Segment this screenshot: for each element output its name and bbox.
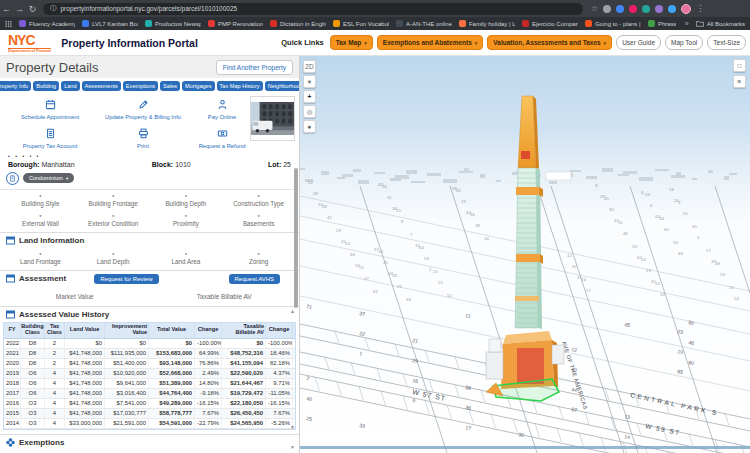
caret-down-icon: ▾ [475,40,478,46]
table-scroll-down-icon[interactable]: ▼ [290,424,295,430]
action-update-property-billing-info[interactable]: Update Property & Billing Info [92,96,194,120]
forward-icon[interactable]: → [13,4,26,14]
table-row[interactable]: 2020D82$41,748,000$51,400,000$93,148,000… [4,359,295,369]
extension-icon[interactable] [603,5,611,13]
distant-building [459,171,473,173]
header-button-text-size[interactable]: Text-Size [707,35,746,50]
profile-avatar[interactable] [681,4,691,14]
bookmark-item[interactable]: PMP Renovation [208,20,263,27]
table-row[interactable]: 2018O64$41,748,000$9,641,000$51,389,0001… [4,379,295,389]
action-pay-online[interactable]: Pay Online [194,96,250,120]
action-request-a-refund[interactable]: Request a Refund [194,125,250,149]
table-row[interactable]: 2022D82$0$0$0-100.00%$0-100.00% [4,339,295,349]
tab-land[interactable]: Land [61,81,79,91]
cell: -5.26% [266,419,293,428]
bookmark-star-icon[interactable]: ☆ [591,4,598,13]
table-scroll-up-icon[interactable]: ▲ [290,308,295,314]
table-row[interactable]: 2021D82$41,748,000$111,935,000$153,683,0… [4,349,295,359]
menu-tax-map[interactable]: Tax Map▾ [330,35,373,50]
action-property-tax-account[interactable]: Property Tax Account [8,125,92,149]
tab-tax-map-history[interactable]: Tax Map History [217,81,263,91]
table-row[interactable]: 2016O34$41,748,000$7,541,000$49,289,000-… [4,399,295,409]
map-compass-button[interactable]: ◎ [303,105,316,118]
header-button-map-tool[interactable]: Map Tool [665,35,703,50]
tab-building[interactable]: Building [33,81,59,91]
cell: 7.67% [195,409,222,418]
condominium-badge[interactable]: Condominium ▾ [23,173,74,183]
bookmark-favicon [82,20,89,27]
bookmark-item[interactable]: Ejercicio Comparati... [522,20,578,27]
chrome-menu-icon[interactable]: ⋮ [696,4,704,13]
bookmarks-overflow-chevron[interactable]: » [685,20,689,27]
extension-icon[interactable] [655,5,663,13]
cell: O3 [21,399,45,408]
bookmark-item[interactable]: A-AN-THE online ex... [396,20,452,27]
bookmark-item[interactable]: Phrasal Verbs With... [648,20,676,27]
tab-property-info[interactable]: Property Info [0,81,31,91]
unit-lot-number: 12 [567,253,572,258]
map-zoom-in-button[interactable]: + [303,90,316,103]
menu-exemptions-and-abatements[interactable]: Exemptions and Abatements▾ [377,35,484,50]
site-title: Property Information Portal [61,37,198,49]
streetview-photo[interactable] [250,96,295,141]
unit-lot-number: 64 [419,245,424,250]
bookmark-item[interactable]: Family holiday | Lear... [459,20,515,27]
map-fullscreen-button[interactable]: □ [733,59,746,72]
map-canvas[interactable]: 5214366445105312452434828211520362834243… [300,56,750,453]
cell: $0 [149,339,195,348]
tab-exemptions[interactable]: Exemptions [123,81,158,91]
extension-icon[interactable] [642,5,650,13]
map-layers-button[interactable]: ≡ [733,75,746,88]
borough-label: Borough: [8,161,40,168]
distant-building [676,172,681,176]
building-toggle-button[interactable] [6,172,19,185]
extension-icon[interactable] [616,5,624,13]
bookmark-item[interactable]: LVL7 Kanban Board... [82,20,138,27]
panel-scrollbar[interactable] [294,168,298,308]
nyc-dof-logo[interactable]: NYC Department of Finance [8,33,51,53]
panel-scroll-down-icon[interactable]: ▼ [290,444,295,450]
distant-building [623,171,637,174]
site-info-icon[interactable]: ⓘ [50,4,57,13]
table-row[interactable]: 2017O64$41,748,000$3,016,400$44,764,400-… [4,389,295,399]
table-row[interactable]: 2019O64$41,748,000$10,920,000$52,668,000… [4,369,295,379]
action-schedule-appointment[interactable]: Schedule Appointment [8,96,92,120]
tab-mortgages[interactable]: Mortgages [182,81,214,91]
tab-neighborhood[interactable]: Neighborhood [265,81,300,91]
building-base-3d[interactable] [486,331,564,401]
table-row[interactable]: 2014O34$33,000,000$21,591,000$54,591,000… [4,419,295,429]
button-request-for-review[interactable]: Request for Review [94,274,158,284]
menu-valuation-assessments-and-taxes[interactable]: Valuation, Assessments and Taxes▾ [487,35,612,50]
bookmark-item[interactable]: Dictation in English... [270,20,326,27]
extension-icon[interactable] [629,5,637,13]
bookmark-item[interactable]: ESL Fun Vocabulary... [333,20,389,27]
map-tilt-button[interactable]: ▾ [303,75,316,88]
bookmark-item[interactable]: Fluency Academy L... [19,20,75,27]
action-print[interactable]: Print [92,125,194,149]
field-label: Exterior Condition [77,221,150,228]
bookmark-favicon [585,20,592,27]
tab-assessments[interactable]: Assessments [82,81,121,91]
table-row[interactable]: 2015O34$41,748,000$17,030,777$58,778,777… [4,409,295,419]
bookmark-item[interactable]: Going to - plans | Le... [585,20,641,27]
reload-icon[interactable]: ↻ [26,4,39,14]
tab-sales[interactable]: Sales [160,81,180,91]
bookmark-item[interactable]: Productos Newspap... [145,20,201,27]
button-request-avhs[interactable]: Request AVHS [229,274,281,284]
map-2d-button[interactable]: 2D [303,60,316,73]
map-streetview-button[interactable]: ● [303,120,316,133]
unit-lot-number: 24 [641,257,646,262]
address-bar[interactable]: ⓘ propertyinformationportal.nyc.gov/parc… [43,3,583,15]
back-icon[interactable]: ← [0,4,13,14]
unit-lot-number: 31 [618,220,623,225]
unit-lot-number: 47 [572,264,577,269]
header-menus: Quick Links Tax Map▾Exemptions and Abate… [281,35,746,50]
all-bookmarks-button[interactable]: All Bookmarks [696,20,745,27]
extension-icon[interactable] [668,5,676,13]
cell: O3 [21,419,45,428]
cell: 4 [45,419,65,428]
find-another-property-button[interactable]: Find Another Property [216,60,293,75]
header-button-user-guide[interactable]: User Guide [616,35,661,50]
cell: $9,641,000 [105,379,149,388]
apps-grid-icon[interactable] [5,20,12,28]
